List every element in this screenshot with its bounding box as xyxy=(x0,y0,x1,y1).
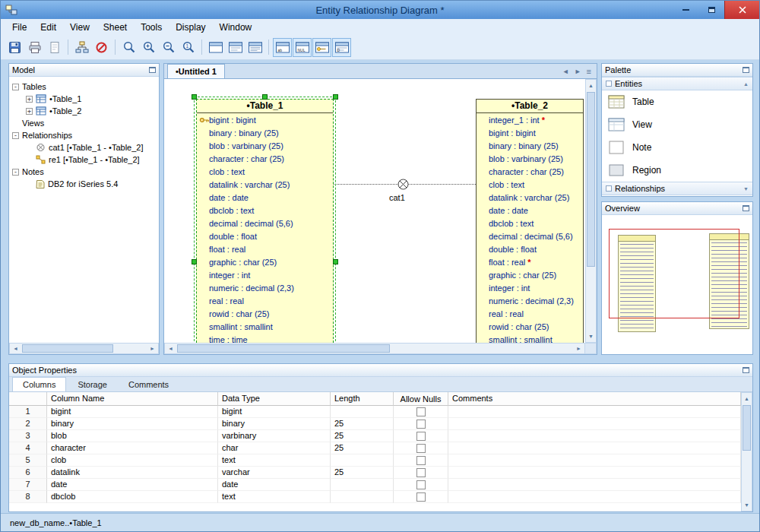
entity-field[interactable]: dbclob : text xyxy=(477,217,583,230)
display-keys-icon[interactable] xyxy=(226,38,245,57)
selection-handle[interactable] xyxy=(333,94,338,100)
scroll-down-icon[interactable]: ▼ xyxy=(586,331,596,342)
tab-scroll-left-icon[interactable]: ◄ xyxy=(561,68,571,75)
entity-field[interactable]: graphic : char (25) xyxy=(197,255,333,268)
selection-handle[interactable] xyxy=(333,259,338,264)
scroll-down-icon[interactable]: ▼ xyxy=(743,186,749,192)
tree-item[interactable]: Views xyxy=(11,117,157,129)
selection-handle[interactable] xyxy=(192,94,197,100)
show-keys-option-icon[interactable] xyxy=(312,38,331,57)
new-page-icon[interactable] xyxy=(45,38,64,57)
scroll-thumb[interactable] xyxy=(22,344,113,353)
entity-field[interactable]: graphic : char (25) xyxy=(477,268,583,281)
section-collapse-icon[interactable] xyxy=(606,81,612,87)
tree-expander[interactable]: - xyxy=(12,84,19,90)
tab-list-icon[interactable]: ≡ xyxy=(585,67,593,76)
column-name-cell[interactable]: dbclob xyxy=(47,491,218,503)
entity-field[interactable]: decimal : decimal (5,6) xyxy=(477,230,583,242)
title-bar[interactable]: Entity Relationship Diagram * xyxy=(1,1,759,19)
length-cell[interactable] xyxy=(331,479,394,491)
tree-expander[interactable]: - xyxy=(12,132,19,139)
entity-field[interactable]: blob : varbinary (25) xyxy=(197,139,333,152)
undock-icon[interactable] xyxy=(743,205,749,211)
scroll-track[interactable] xyxy=(742,404,752,499)
entity-field[interactable]: date : date xyxy=(197,191,333,204)
minimize-button[interactable] xyxy=(673,1,698,19)
entity-table-1[interactable]: •Table_1bigint : bigintbinary : binary (… xyxy=(196,99,334,343)
length-cell[interactable]: 25 xyxy=(331,430,394,442)
undock-icon[interactable] xyxy=(743,367,749,373)
scroll-right-icon[interactable]: ► xyxy=(147,344,158,353)
entity-field[interactable]: rowid : char (25) xyxy=(197,307,333,320)
save-icon[interactable] xyxy=(5,38,24,57)
entity-field[interactable]: clob : text xyxy=(477,178,583,191)
entity-field[interactable]: integer : int xyxy=(197,268,333,281)
allow-nulls-checkbox[interactable] xyxy=(416,420,426,429)
column-name-cell[interactable]: clob xyxy=(47,454,218,467)
tree-expander[interactable]: + xyxy=(26,96,33,103)
allow-nulls-checkbox[interactable] xyxy=(416,432,426,441)
display-entity-icon[interactable] xyxy=(206,38,225,57)
length-cell[interactable] xyxy=(331,406,394,418)
palette-item-table[interactable]: Table xyxy=(602,90,752,113)
entity-table-2[interactable]: •Table_2integer_1 : int*bigint : bigintb… xyxy=(476,99,584,343)
scroll-thumb[interactable] xyxy=(587,92,595,267)
tab-scroll-right-icon[interactable]: ► xyxy=(573,68,583,75)
entity-field[interactable]: float : real xyxy=(197,242,333,255)
scroll-right-icon[interactable]: ► xyxy=(573,344,584,353)
zoom-in-icon[interactable] xyxy=(139,38,158,57)
allow-nulls-checkbox[interactable] xyxy=(416,480,426,489)
scroll-track[interactable] xyxy=(21,344,147,353)
entity-field[interactable]: dbclob : text xyxy=(197,204,333,217)
entity-field[interactable]: binary : binary (25) xyxy=(477,139,583,152)
tree-expander[interactable]: + xyxy=(26,108,33,115)
column-name-cell[interactable]: bigint xyxy=(47,406,218,418)
entity-field[interactable]: smallint : smallint xyxy=(477,333,583,343)
allow-nulls-checkbox[interactable] xyxy=(416,468,426,477)
entity-field[interactable]: integer : int xyxy=(477,281,583,294)
entity-field[interactable]: datalink : varchar (25) xyxy=(477,191,583,204)
data-type-cell[interactable]: varchar xyxy=(218,467,331,479)
column-name-cell[interactable]: datalink xyxy=(47,467,218,479)
entity-field[interactable]: blob : varbinary (25) xyxy=(477,152,583,165)
menu-item-tools[interactable]: Tools xyxy=(134,20,169,35)
length-cell[interactable] xyxy=(331,454,394,467)
entity-field[interactable]: date : date xyxy=(477,204,583,217)
column-name-cell[interactable]: date xyxy=(47,479,218,491)
entity-field[interactable]: smallint : smallint xyxy=(197,320,333,333)
entity-field[interactable]: bigint : bigint xyxy=(197,113,333,126)
allow-nulls-checkbox[interactable] xyxy=(416,456,426,465)
entity-field[interactable]: time : time xyxy=(197,333,333,343)
entity-field[interactable]: integer_1 : int* xyxy=(477,113,583,126)
column-name-cell[interactable]: blob xyxy=(47,430,218,442)
data-type-cell[interactable]: bigint xyxy=(218,406,331,418)
props-tab-columns[interactable]: Columns xyxy=(12,377,66,391)
tree-item[interactable]: cat1 [•Table_1 - •Table_2] xyxy=(11,141,157,154)
canvas-vscrollbar[interactable]: ▲ ▼ xyxy=(585,79,597,343)
column-name-cell[interactable]: character xyxy=(47,442,218,454)
menu-item-view[interactable]: View xyxy=(63,20,97,35)
entity-field[interactable]: float : real* xyxy=(477,255,583,268)
scroll-track[interactable] xyxy=(586,91,596,331)
scroll-down-icon[interactable]: ▼ xyxy=(742,499,752,511)
data-type-cell[interactable]: binary xyxy=(218,418,331,430)
data-type-cell[interactable]: char xyxy=(218,442,331,454)
comments-cell[interactable] xyxy=(448,406,741,418)
menu-item-sheet[interactable]: Sheet xyxy=(97,20,134,35)
entity-field[interactable]: character : char (25) xyxy=(197,152,333,165)
props-tab-comments[interactable]: Comments xyxy=(119,378,179,391)
close-button[interactable] xyxy=(724,1,759,19)
entity-field[interactable]: numeric : decimal (2,3) xyxy=(477,294,583,307)
display-attributes-icon[interactable] xyxy=(245,38,264,57)
menu-item-display[interactable]: Display xyxy=(169,20,212,35)
entity-field[interactable]: rowid : char (25) xyxy=(477,320,583,333)
comments-cell[interactable] xyxy=(448,491,741,503)
grid-vscrollbar[interactable]: ▲ ▼ xyxy=(741,392,752,511)
tree-item[interactable]: DB2 for iSeries 5.4 xyxy=(11,178,157,190)
entity-field[interactable]: bigint : bigint xyxy=(477,126,583,139)
scroll-left-icon[interactable]: ◄ xyxy=(165,344,176,353)
zoom-100-icon[interactable]: 1 xyxy=(179,38,198,57)
length-cell[interactable]: 25 xyxy=(331,467,394,479)
overview-minimap[interactable] xyxy=(602,215,752,354)
data-type-cell[interactable]: varbinary xyxy=(218,430,331,442)
